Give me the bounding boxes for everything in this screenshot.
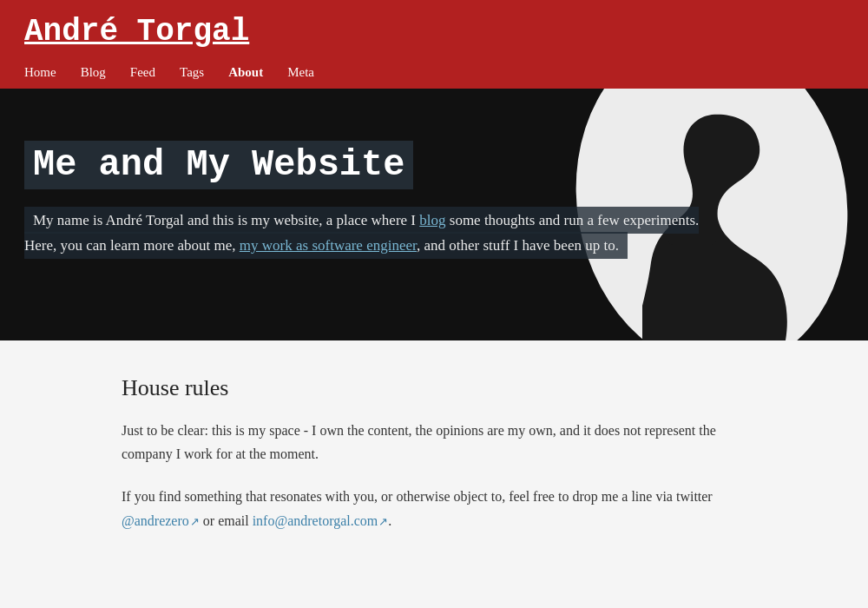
nav-meta[interactable]: Meta xyxy=(287,65,314,80)
email-link[interactable]: info@andretorgal.com xyxy=(253,513,389,528)
nav-blog[interactable]: Blog xyxy=(81,65,106,80)
nav-about[interactable]: About xyxy=(228,65,263,80)
house-rules-paragraph2: If you find something that resonates wit… xyxy=(122,485,746,532)
paragraph2-text-mid: or email xyxy=(200,513,253,528)
work-link[interactable]: my work as software engineer xyxy=(240,237,417,254)
blog-link[interactable]: blog xyxy=(419,212,445,228)
twitter-link[interactable]: @andrezero xyxy=(122,513,200,528)
hero-text-part3: , and other stuff I have been up to. xyxy=(417,237,619,254)
hero-banner: Me and My Website My name is André Torga… xyxy=(0,89,868,340)
paragraph2-text-end: . xyxy=(388,513,391,528)
hero-text-part1: My name is André Torgal and this is my w… xyxy=(33,212,419,228)
nav-feed[interactable]: Feed xyxy=(130,65,155,80)
nav-tags[interactable]: Tags xyxy=(180,65,204,80)
hero-content: Me and My Website My name is André Torga… xyxy=(0,89,729,259)
house-rules-paragraph1: Just to be clear: this is my space - I o… xyxy=(122,419,746,466)
paragraph2-text-start: If you find something that resonates wit… xyxy=(122,489,713,504)
nav-home[interactable]: Home xyxy=(24,65,56,80)
site-title[interactable]: André Torgal xyxy=(24,14,249,50)
page-title: Me and My Website xyxy=(24,141,413,189)
house-rules-title: House rules xyxy=(122,375,746,401)
site-header: André Torgal Home Blog Feed Tags About M… xyxy=(0,0,868,89)
main-nav: Home Blog Feed Tags About Meta xyxy=(24,58,844,89)
main-content: House rules Just to be clear: this is my… xyxy=(0,340,868,586)
hero-description: My name is André Torgal and this is my w… xyxy=(24,207,699,259)
